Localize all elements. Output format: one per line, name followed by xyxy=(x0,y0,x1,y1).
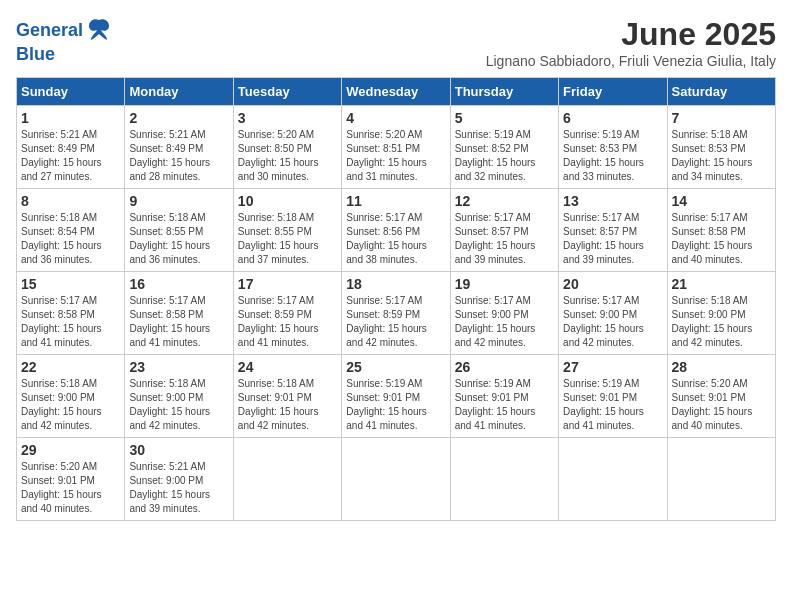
calendar-week-row: 22Sunrise: 5:18 AM Sunset: 9:00 PM Dayli… xyxy=(17,355,776,438)
weekday-header-friday: Friday xyxy=(559,78,667,106)
day-number: 15 xyxy=(21,276,120,292)
calendar-cell: 28Sunrise: 5:20 AM Sunset: 9:01 PM Dayli… xyxy=(667,355,775,438)
calendar-cell xyxy=(559,438,667,521)
day-info: Sunrise: 5:17 AM Sunset: 8:59 PM Dayligh… xyxy=(238,294,337,350)
day-number: 20 xyxy=(563,276,662,292)
calendar-cell: 25Sunrise: 5:19 AM Sunset: 9:01 PM Dayli… xyxy=(342,355,450,438)
weekday-header-sunday: Sunday xyxy=(17,78,125,106)
calendar-cell: 29Sunrise: 5:20 AM Sunset: 9:01 PM Dayli… xyxy=(17,438,125,521)
day-info: Sunrise: 5:18 AM Sunset: 8:53 PM Dayligh… xyxy=(672,128,771,184)
day-number: 21 xyxy=(672,276,771,292)
day-number: 19 xyxy=(455,276,554,292)
day-info: Sunrise: 5:18 AM Sunset: 8:54 PM Dayligh… xyxy=(21,211,120,267)
day-info: Sunrise: 5:19 AM Sunset: 9:01 PM Dayligh… xyxy=(563,377,662,433)
day-info: Sunrise: 5:19 AM Sunset: 9:01 PM Dayligh… xyxy=(346,377,445,433)
calendar-cell: 19Sunrise: 5:17 AM Sunset: 9:00 PM Dayli… xyxy=(450,272,558,355)
calendar-header-row: SundayMondayTuesdayWednesdayThursdayFrid… xyxy=(17,78,776,106)
calendar-cell: 17Sunrise: 5:17 AM Sunset: 8:59 PM Dayli… xyxy=(233,272,341,355)
day-info: Sunrise: 5:18 AM Sunset: 9:00 PM Dayligh… xyxy=(129,377,228,433)
calendar-cell: 23Sunrise: 5:18 AM Sunset: 9:00 PM Dayli… xyxy=(125,355,233,438)
day-info: Sunrise: 5:19 AM Sunset: 8:52 PM Dayligh… xyxy=(455,128,554,184)
calendar-cell: 5Sunrise: 5:19 AM Sunset: 8:52 PM Daylig… xyxy=(450,106,558,189)
calendar-cell: 13Sunrise: 5:17 AM Sunset: 8:57 PM Dayli… xyxy=(559,189,667,272)
day-number: 10 xyxy=(238,193,337,209)
calendar-week-row: 15Sunrise: 5:17 AM Sunset: 8:58 PM Dayli… xyxy=(17,272,776,355)
calendar-week-row: 8Sunrise: 5:18 AM Sunset: 8:54 PM Daylig… xyxy=(17,189,776,272)
day-number: 2 xyxy=(129,110,228,126)
calendar-cell: 6Sunrise: 5:19 AM Sunset: 8:53 PM Daylig… xyxy=(559,106,667,189)
calendar-cell: 11Sunrise: 5:17 AM Sunset: 8:56 PM Dayli… xyxy=(342,189,450,272)
day-info: Sunrise: 5:18 AM Sunset: 8:55 PM Dayligh… xyxy=(129,211,228,267)
day-info: Sunrise: 5:20 AM Sunset: 9:01 PM Dayligh… xyxy=(672,377,771,433)
calendar-cell: 14Sunrise: 5:17 AM Sunset: 8:58 PM Dayli… xyxy=(667,189,775,272)
day-info: Sunrise: 5:21 AM Sunset: 9:00 PM Dayligh… xyxy=(129,460,228,516)
day-info: Sunrise: 5:17 AM Sunset: 8:58 PM Dayligh… xyxy=(672,211,771,267)
day-number: 28 xyxy=(672,359,771,375)
calendar-cell: 18Sunrise: 5:17 AM Sunset: 8:59 PM Dayli… xyxy=(342,272,450,355)
month-title: June 2025 xyxy=(486,16,776,53)
day-info: Sunrise: 5:21 AM Sunset: 8:49 PM Dayligh… xyxy=(21,128,120,184)
calendar-cell: 1Sunrise: 5:21 AM Sunset: 8:49 PM Daylig… xyxy=(17,106,125,189)
day-number: 14 xyxy=(672,193,771,209)
weekday-header-thursday: Thursday xyxy=(450,78,558,106)
calendar-cell: 7Sunrise: 5:18 AM Sunset: 8:53 PM Daylig… xyxy=(667,106,775,189)
weekday-header-saturday: Saturday xyxy=(667,78,775,106)
day-info: Sunrise: 5:17 AM Sunset: 8:56 PM Dayligh… xyxy=(346,211,445,267)
day-number: 6 xyxy=(563,110,662,126)
day-number: 23 xyxy=(129,359,228,375)
day-info: Sunrise: 5:17 AM Sunset: 8:57 PM Dayligh… xyxy=(455,211,554,267)
logo-bird-icon xyxy=(85,16,113,44)
day-number: 30 xyxy=(129,442,228,458)
day-info: Sunrise: 5:17 AM Sunset: 9:00 PM Dayligh… xyxy=(455,294,554,350)
day-info: Sunrise: 5:20 AM Sunset: 9:01 PM Dayligh… xyxy=(21,460,120,516)
day-info: Sunrise: 5:17 AM Sunset: 8:58 PM Dayligh… xyxy=(129,294,228,350)
calendar-cell: 12Sunrise: 5:17 AM Sunset: 8:57 PM Dayli… xyxy=(450,189,558,272)
day-info: Sunrise: 5:20 AM Sunset: 8:50 PM Dayligh… xyxy=(238,128,337,184)
calendar-cell: 30Sunrise: 5:21 AM Sunset: 9:00 PM Dayli… xyxy=(125,438,233,521)
calendar-cell xyxy=(450,438,558,521)
day-number: 7 xyxy=(672,110,771,126)
day-number: 24 xyxy=(238,359,337,375)
day-number: 22 xyxy=(21,359,120,375)
calendar-cell: 26Sunrise: 5:19 AM Sunset: 9:01 PM Dayli… xyxy=(450,355,558,438)
day-number: 13 xyxy=(563,193,662,209)
logo-text-general: General xyxy=(16,20,83,41)
day-info: Sunrise: 5:18 AM Sunset: 8:55 PM Dayligh… xyxy=(238,211,337,267)
day-number: 4 xyxy=(346,110,445,126)
day-number: 18 xyxy=(346,276,445,292)
calendar-cell: 8Sunrise: 5:18 AM Sunset: 8:54 PM Daylig… xyxy=(17,189,125,272)
day-number: 11 xyxy=(346,193,445,209)
day-info: Sunrise: 5:19 AM Sunset: 8:53 PM Dayligh… xyxy=(563,128,662,184)
day-number: 8 xyxy=(21,193,120,209)
day-number: 17 xyxy=(238,276,337,292)
calendar-cell: 21Sunrise: 5:18 AM Sunset: 9:00 PM Dayli… xyxy=(667,272,775,355)
calendar-cell: 3Sunrise: 5:20 AM Sunset: 8:50 PM Daylig… xyxy=(233,106,341,189)
calendar-cell xyxy=(233,438,341,521)
title-section: June 2025 Lignano Sabbiadoro, Friuli Ven… xyxy=(486,16,776,69)
day-info: Sunrise: 5:17 AM Sunset: 8:58 PM Dayligh… xyxy=(21,294,120,350)
calendar-cell: 15Sunrise: 5:17 AM Sunset: 8:58 PM Dayli… xyxy=(17,272,125,355)
day-number: 27 xyxy=(563,359,662,375)
calendar-cell: 16Sunrise: 5:17 AM Sunset: 8:58 PM Dayli… xyxy=(125,272,233,355)
calendar-table: SundayMondayTuesdayWednesdayThursdayFrid… xyxy=(16,77,776,521)
calendar-cell: 2Sunrise: 5:21 AM Sunset: 8:49 PM Daylig… xyxy=(125,106,233,189)
calendar-cell: 4Sunrise: 5:20 AM Sunset: 8:51 PM Daylig… xyxy=(342,106,450,189)
day-info: Sunrise: 5:17 AM Sunset: 9:00 PM Dayligh… xyxy=(563,294,662,350)
weekday-header-monday: Monday xyxy=(125,78,233,106)
calendar-cell: 9Sunrise: 5:18 AM Sunset: 8:55 PM Daylig… xyxy=(125,189,233,272)
logo: General Blue xyxy=(16,16,113,65)
day-number: 16 xyxy=(129,276,228,292)
calendar-cell xyxy=(342,438,450,521)
weekday-header-wednesday: Wednesday xyxy=(342,78,450,106)
page-header: General Blue June 2025 Lignano Sabbiador… xyxy=(16,16,776,69)
day-info: Sunrise: 5:18 AM Sunset: 9:00 PM Dayligh… xyxy=(672,294,771,350)
calendar-cell: 22Sunrise: 5:18 AM Sunset: 9:00 PM Dayli… xyxy=(17,355,125,438)
day-number: 26 xyxy=(455,359,554,375)
day-info: Sunrise: 5:18 AM Sunset: 9:00 PM Dayligh… xyxy=(21,377,120,433)
calendar-cell: 20Sunrise: 5:17 AM Sunset: 9:00 PM Dayli… xyxy=(559,272,667,355)
day-info: Sunrise: 5:17 AM Sunset: 8:57 PM Dayligh… xyxy=(563,211,662,267)
day-number: 1 xyxy=(21,110,120,126)
logo-text-blue: Blue xyxy=(16,44,55,65)
day-info: Sunrise: 5:18 AM Sunset: 9:01 PM Dayligh… xyxy=(238,377,337,433)
calendar-cell xyxy=(667,438,775,521)
